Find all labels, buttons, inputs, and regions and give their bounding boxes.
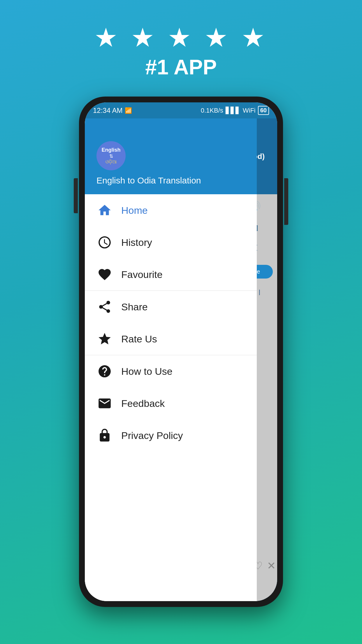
favourite-label: Favourite <box>121 269 163 280</box>
network-icon: 📶 <box>125 107 132 114</box>
history-label: History <box>121 237 152 248</box>
share-label: Share <box>121 301 148 313</box>
drawer-menu: Home History <box>85 194 257 601</box>
menu-section-2: Share Rate Us <box>85 291 257 355</box>
logo-english-text: English <box>101 147 120 153</box>
rate-icon <box>96 331 113 347</box>
app-title: English to Odia Translation <box>96 176 245 186</box>
bg-x-icon: ✕ <box>267 560 276 572</box>
home-icon <box>96 202 113 218</box>
feedback-label: Feedback <box>121 398 165 409</box>
menu-item-rate-us[interactable]: Rate Us <box>85 323 257 355</box>
home-label: Home <box>121 205 148 216</box>
menu-item-history[interactable]: History <box>85 226 257 258</box>
share-icon <box>96 299 113 315</box>
phone-screen: 12:34 AM 📶 0.1KB/s ▋▋▋ WiFi 60 ଆ(od) 🔊 ⧉… <box>85 102 277 601</box>
menu-item-how-to-use[interactable]: How to Use <box>85 355 257 387</box>
favourite-icon <box>96 267 113 283</box>
menu-item-home[interactable]: Home <box>85 194 257 226</box>
status-bar: 12:34 AM 📶 0.1KB/s ▋▋▋ WiFi 60 <box>85 102 277 118</box>
app-logo: English ⇅ ଓଡ଼ିଆ <box>96 141 126 170</box>
signal-icon: ▋▋▋ <box>226 107 240 114</box>
logo-arrow-icon: ⇅ <box>109 153 113 159</box>
drawer-header: English ⇅ ଓଡ଼ିଆ English to Odia Translat… <box>85 118 257 194</box>
rate-us-label: Rate Us <box>121 333 157 345</box>
privacy-policy-label: Privacy Policy <box>121 430 183 441</box>
menu-item-favourite[interactable]: Favourite <box>85 258 257 290</box>
privacy-policy-icon <box>96 428 113 444</box>
status-time: 12:34 AM <box>93 106 122 115</box>
wifi-icon: WiFi <box>243 107 256 114</box>
speed-indicator: 0.1KB/s <box>201 107 223 114</box>
menu-section-3: How to Use Feedback <box>85 355 257 452</box>
how-to-use-icon <box>96 363 113 379</box>
navigation-drawer: English ⇅ ଓଡ଼ିଆ English to Odia Translat… <box>85 118 257 601</box>
top-section: ★ ★ ★ ★ ★ #1 APP <box>94 23 268 79</box>
menu-item-feedback[interactable]: Feedback <box>85 387 257 419</box>
logo-odia-text: ଓଡ଼ିଆ <box>106 159 117 164</box>
star-rating: ★ ★ ★ ★ ★ <box>94 23 268 52</box>
menu-item-share[interactable]: Share <box>85 291 257 323</box>
how-to-use-label: How to Use <box>121 366 173 377</box>
phone-frame: 12:34 AM 📶 0.1KB/s ▋▋▋ WiFi 60 ଆ(od) 🔊 ⧉… <box>79 97 283 607</box>
history-icon <box>96 235 113 251</box>
battery-indicator: 60 <box>258 106 269 115</box>
feedback-icon <box>96 396 113 412</box>
menu-item-privacy-policy[interactable]: Privacy Policy <box>85 419 257 452</box>
menu-section-1: Home History <box>85 194 257 291</box>
app-rank-label: #1 APP <box>145 55 217 79</box>
